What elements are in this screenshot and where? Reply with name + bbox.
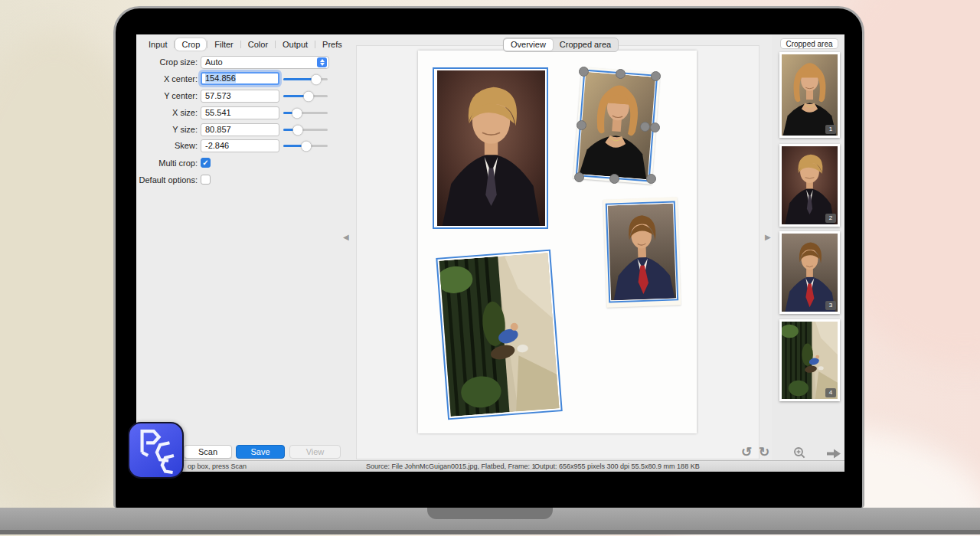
y-size-slider[interactable]: [283, 123, 328, 136]
crop-size-dropdown[interactable]: Auto: [201, 56, 329, 69]
tab-separator: [240, 41, 241, 48]
rotate-right-icon[interactable]: ↻: [759, 446, 769, 459]
x-size-input[interactable]: 55.541: [201, 106, 279, 119]
zoom-in-icon[interactable]: [793, 446, 806, 462]
x-center-label: X center:: [136, 73, 198, 86]
scan-photo-portrait-boy[interactable]: [433, 67, 548, 229]
default-options-label: Default options:: [136, 174, 198, 187]
x-center-input[interactable]: 154.856: [201, 72, 279, 85]
thumbnail-4[interactable]: 4: [779, 319, 840, 401]
pager-right-icon[interactable]: ▶: [765, 234, 771, 241]
tab-overview[interactable]: Overview: [504, 39, 553, 51]
skew-input[interactable]: -2.846: [201, 139, 279, 152]
status-source: Source: File JohnMcGuigan0015.jpg, Flatb…: [366, 462, 536, 470]
tab-separator: [315, 41, 315, 48]
crop-handle-top-right[interactable]: [651, 71, 661, 81]
thumbnail-badge: 1: [825, 125, 836, 134]
tab-output[interactable]: Output: [276, 38, 314, 51]
multi-crop-label: Multi crop:: [136, 157, 198, 170]
scan-photo-outdoor[interactable]: [436, 250, 562, 420]
settings-tabbar: Input Crop Filter Color Output Prefs: [142, 38, 348, 51]
thumbnail-1[interactable]: 1: [779, 52, 840, 138]
crop-handle-mid-right[interactable]: [640, 122, 650, 132]
thumbnail-badge: 2: [825, 214, 836, 223]
y-center-label: Y center:: [136, 90, 198, 103]
cropped-area-header[interactable]: Cropped area: [780, 38, 838, 49]
pc-app-logo: [128, 422, 184, 479]
crop-handle-bottom-left[interactable]: [574, 172, 584, 182]
dropdown-stepper-icon: [317, 57, 327, 67]
thumbnail-badge: 4: [825, 388, 836, 397]
x-size-label: X size:: [136, 106, 198, 119]
thumbnail-badge: 3: [825, 301, 836, 310]
next-frame-arrow-icon[interactable]: [827, 448, 841, 461]
thumbnail-3[interactable]: 3: [779, 231, 840, 314]
tab-filter[interactable]: Filter: [208, 38, 239, 51]
save-button[interactable]: Save: [236, 445, 285, 459]
check-icon: ✓: [201, 159, 210, 167]
laptop-base-underside: [0, 530, 980, 534]
tab-separator: [174, 41, 175, 48]
tab-input[interactable]: Input: [142, 38, 173, 51]
vuescan-app-window: Input Crop Filter Color Output Prefs Cro…: [136, 34, 844, 472]
multi-crop-checkbox[interactable]: ✓: [201, 158, 211, 168]
view-button[interactable]: View: [289, 445, 341, 459]
tab-separator: [207, 41, 207, 48]
y-size-label: Y size:: [136, 123, 198, 136]
laptop-base-notch: [427, 508, 553, 519]
status-bar: op box, press Scan Source: File JohnMcGu…: [136, 460, 844, 472]
pager-left-icon[interactable]: ◀: [343, 234, 349, 241]
pc-logo-glyph: [129, 423, 182, 477]
y-center-slider[interactable]: [283, 90, 328, 103]
crop-handle-top-mid[interactable]: [616, 69, 626, 79]
rotate-left-icon[interactable]: ↺: [741, 446, 752, 459]
skew-slider[interactable]: [283, 139, 328, 152]
crop-size-value: Auto: [205, 57, 223, 67]
scan-photo-redtie[interactable]: [603, 197, 681, 307]
crop-handle-bottom-right[interactable]: [646, 174, 656, 184]
preview-tab-group: Overview Cropped area: [503, 38, 619, 52]
y-center-input[interactable]: 57.573: [201, 90, 279, 103]
tab-separator: [275, 41, 276, 48]
status-hint: op box, press Scan: [188, 462, 247, 470]
tab-prefs[interactable]: Prefs: [316, 38, 348, 51]
status-output: Output: 656x955 pixels 300 dpi 55.5x80.9…: [534, 462, 700, 470]
tab-cropped-area[interactable]: Cropped area: [553, 39, 618, 51]
thumbnail-2[interactable]: 2: [779, 144, 840, 227]
y-size-input[interactable]: 80.857: [201, 123, 279, 136]
crop-handle-top-left[interactable]: [579, 67, 589, 77]
tab-crop[interactable]: Crop: [175, 38, 206, 51]
tab-color[interactable]: Color: [242, 38, 274, 51]
x-size-slider[interactable]: [283, 106, 328, 119]
crop-handle-bottom-mid[interactable]: [609, 174, 619, 184]
default-options-checkbox[interactable]: ✓: [201, 175, 211, 185]
x-center-slider[interactable]: [283, 73, 328, 86]
crop-size-label: Crop size:: [136, 56, 198, 69]
skew-label: Skew:: [136, 139, 198, 152]
crop-handle-mid-left[interactable]: [577, 120, 586, 130]
crop-handle-rotate[interactable]: [650, 123, 660, 132]
scan-button[interactable]: Scan: [184, 445, 232, 459]
